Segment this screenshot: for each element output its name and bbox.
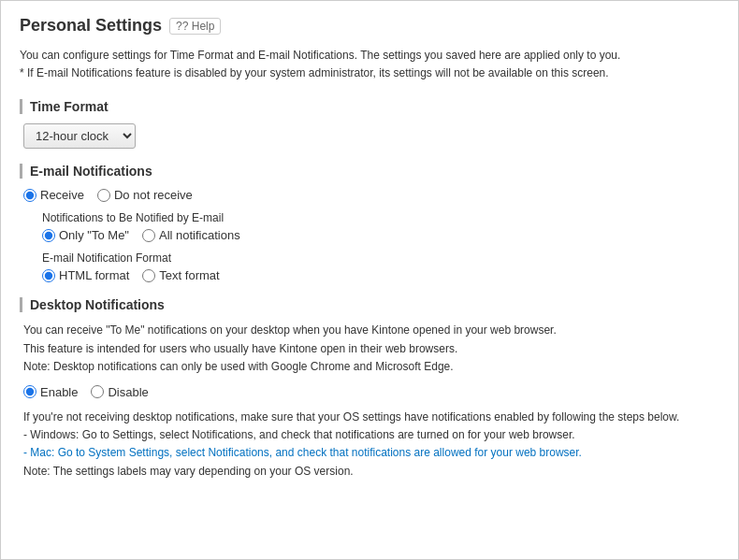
desktop-notifications-heading: Desktop Notifications bbox=[20, 297, 719, 312]
receive-text: Receive bbox=[40, 188, 84, 202]
receive-radio[interactable] bbox=[23, 189, 36, 202]
format-label: E-mail Notification Format bbox=[42, 251, 719, 265]
enable-disable-row: Enable Disable bbox=[23, 385, 719, 399]
text-format-radio[interactable] bbox=[142, 269, 155, 282]
disable-text: Disable bbox=[108, 385, 148, 399]
page-title: Personal Settings bbox=[20, 16, 162, 36]
receive-label[interactable]: Receive bbox=[23, 188, 84, 202]
help-link[interactable]: ? ? Help bbox=[169, 18, 221, 35]
all-notifications-label[interactable]: All notifications bbox=[142, 228, 240, 242]
time-format-select[interactable]: 12-hour clock 24-hour clock bbox=[23, 123, 136, 149]
format-row: HTML format Text format bbox=[42, 268, 719, 282]
do-not-receive-text: Do not receive bbox=[114, 188, 193, 202]
only-to-me-radio[interactable] bbox=[42, 229, 55, 242]
description-line1: You can configure settings for Time Form… bbox=[20, 47, 719, 65]
note-mac: - Mac: Go to System Settings, select Not… bbox=[23, 444, 719, 462]
email-notifications-heading: E-mail Notifications bbox=[20, 164, 719, 179]
only-to-me-label[interactable]: Only "To Me" bbox=[42, 228, 129, 242]
desktop-desc-line1: You can receive "To Me" notifications on… bbox=[23, 322, 719, 339]
note-line1: If you're not receiving desktop notifica… bbox=[23, 409, 719, 426]
desktop-desc-line2: This feature is intended for users who u… bbox=[23, 340, 719, 358]
html-format-text: HTML format bbox=[59, 268, 129, 282]
receive-radio-row: Receive Do not receive bbox=[23, 188, 719, 202]
disable-label[interactable]: Disable bbox=[91, 385, 148, 399]
enable-text: Enable bbox=[40, 385, 78, 399]
text-format-text: Text format bbox=[159, 268, 219, 282]
do-not-receive-radio[interactable] bbox=[97, 189, 110, 202]
help-icon: ? bbox=[176, 20, 182, 33]
time-format-heading: Time Format bbox=[20, 99, 719, 114]
enable-radio[interactable] bbox=[23, 385, 36, 398]
note-windows: - Windows: Go to Settings, select Notifi… bbox=[23, 426, 719, 444]
note-final: Note: The settings labels may vary depen… bbox=[23, 463, 719, 481]
do-not-receive-label[interactable]: Do not receive bbox=[97, 188, 193, 202]
description: You can configure settings for Time Form… bbox=[20, 47, 719, 82]
desktop-notes: If you're not receiving desktop notifica… bbox=[23, 409, 719, 481]
email-notifications-section: E-mail Notifications Receive Do not rece… bbox=[20, 164, 719, 282]
help-label: ? Help bbox=[182, 20, 215, 33]
desktop-notifications-section: Desktop Notifications You can receive "T… bbox=[20, 297, 719, 480]
desktop-desc-line3: Note: Desktop notifications can only be … bbox=[23, 358, 719, 376]
description-line2: * If E-mail Notifications feature is dis… bbox=[20, 65, 719, 82]
notify-label: Notifications to Be Notified by E-mail bbox=[42, 211, 719, 224]
only-to-me-text: Only "To Me" bbox=[59, 228, 129, 242]
format-subsection: E-mail Notification Format HTML format T… bbox=[23, 251, 719, 282]
disable-radio[interactable] bbox=[91, 385, 104, 398]
notify-type-row: Only "To Me" All notifications bbox=[42, 228, 719, 242]
notify-subsection: Notifications to Be Notified by E-mail O… bbox=[23, 211, 719, 242]
html-format-label[interactable]: HTML format bbox=[42, 268, 129, 282]
enable-label[interactable]: Enable bbox=[23, 385, 78, 399]
text-format-label[interactable]: Text format bbox=[142, 268, 219, 282]
all-notifications-text: All notifications bbox=[159, 228, 240, 242]
html-format-radio[interactable] bbox=[42, 269, 55, 282]
time-format-section: Time Format 12-hour clock 24-hour clock bbox=[20, 99, 719, 149]
all-notifications-radio[interactable] bbox=[142, 229, 155, 242]
desktop-desc: You can receive "To Me" notifications on… bbox=[23, 322, 719, 376]
